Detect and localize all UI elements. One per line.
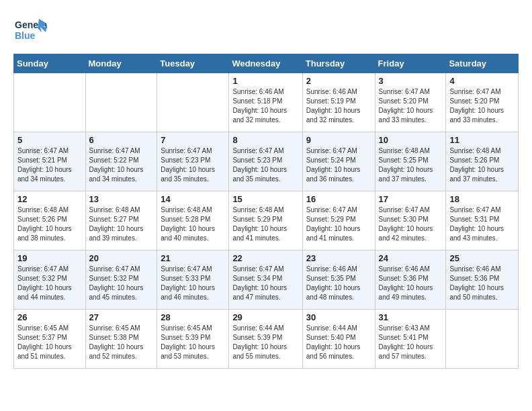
day-info: Sunrise: 6:47 AM Sunset: 5:23 PM Dayligh… [232,146,298,184]
day-info: Sunrise: 6:47 AM Sunset: 5:32 PM Dayligh… [17,265,82,302]
day-number: 11 [449,135,515,145]
day-number: 27 [89,312,154,322]
page-header: General Blue [13,13,519,47]
logo-icon: General Blue [13,13,47,47]
day-info: Sunrise: 6:48 AM Sunset: 5:28 PM Dayligh… [161,205,225,243]
calendar-cell: 29Sunrise: 6:44 AM Sunset: 5:39 PM Dayli… [229,310,302,369]
calendar-cell: 20Sunrise: 6:47 AM Sunset: 5:32 PM Dayli… [85,250,157,310]
calendar-cell: 14Sunrise: 6:48 AM Sunset: 5:28 PM Dayli… [157,191,229,250]
day-number: 4 [449,76,515,86]
day-number: 28 [161,312,225,322]
day-info: Sunrise: 6:47 AM Sunset: 5:20 PM Dayligh… [379,87,443,125]
day-number: 22 [232,253,298,263]
day-number: 29 [232,312,298,322]
calendar-cell: 22Sunrise: 6:47 AM Sunset: 5:34 PM Dayli… [229,250,302,310]
day-number: 17 [379,194,443,204]
day-number: 1 [232,76,298,86]
day-info: Sunrise: 6:44 AM Sunset: 5:39 PM Dayligh… [232,324,298,361]
day-number: 8 [232,135,298,145]
calendar-cell: 25Sunrise: 6:46 AM Sunset: 5:36 PM Dayli… [446,250,519,310]
calendar-cell: 15Sunrise: 6:48 AM Sunset: 5:29 PM Dayli… [229,191,302,250]
day-info: Sunrise: 6:48 AM Sunset: 5:27 PM Dayligh… [89,205,154,243]
day-number: 9 [306,135,371,145]
column-header-monday: Monday [85,54,157,73]
day-number: 18 [449,194,515,204]
column-header-sunday: Sunday [14,54,86,73]
day-info: Sunrise: 6:47 AM Sunset: 5:29 PM Dayligh… [306,205,371,243]
logo: General Blue [13,13,47,47]
day-info: Sunrise: 6:47 AM Sunset: 5:32 PM Dayligh… [89,265,154,302]
calendar-week-row: 1Sunrise: 6:46 AM Sunset: 5:18 PM Daylig… [14,73,519,132]
day-number: 12 [17,194,82,204]
day-number: 24 [379,253,443,263]
day-number: 16 [306,194,371,204]
calendar-cell: 12Sunrise: 6:48 AM Sunset: 5:26 PM Dayli… [14,191,86,250]
day-info: Sunrise: 6:45 AM Sunset: 5:38 PM Dayligh… [89,324,154,361]
day-info: Sunrise: 6:47 AM Sunset: 5:33 PM Dayligh… [161,265,225,302]
day-info: Sunrise: 6:47 AM Sunset: 5:22 PM Dayligh… [89,146,154,184]
calendar-cell [85,73,157,132]
calendar-cell: 13Sunrise: 6:48 AM Sunset: 5:27 PM Dayli… [85,191,157,250]
column-header-friday: Friday [375,54,446,73]
calendar-cell [446,310,519,369]
calendar-cell: 16Sunrise: 6:47 AM Sunset: 5:29 PM Dayli… [302,191,375,250]
day-info: Sunrise: 6:47 AM Sunset: 5:20 PM Dayligh… [449,87,515,125]
day-number: 13 [89,194,154,204]
calendar-cell: 21Sunrise: 6:47 AM Sunset: 5:33 PM Dayli… [157,250,229,310]
column-header-saturday: Saturday [446,54,519,73]
day-info: Sunrise: 6:45 AM Sunset: 5:39 PM Dayligh… [161,324,225,361]
calendar-cell: 18Sunrise: 6:47 AM Sunset: 5:31 PM Dayli… [446,191,519,250]
day-number: 23 [306,253,371,263]
day-number: 15 [232,194,298,204]
calendar-cell: 8Sunrise: 6:47 AM Sunset: 5:23 PM Daylig… [229,132,302,191]
svg-text:Blue: Blue [15,30,36,41]
calendar-cell: 7Sunrise: 6:47 AM Sunset: 5:23 PM Daylig… [157,132,229,191]
calendar-week-row: 19Sunrise: 6:47 AM Sunset: 5:32 PM Dayli… [14,250,519,310]
calendar-cell: 17Sunrise: 6:47 AM Sunset: 5:30 PM Dayli… [375,191,446,250]
day-info: Sunrise: 6:46 AM Sunset: 5:18 PM Dayligh… [232,87,298,125]
day-number: 5 [17,135,82,145]
day-info: Sunrise: 6:47 AM Sunset: 5:30 PM Dayligh… [379,205,443,243]
calendar-cell: 28Sunrise: 6:45 AM Sunset: 5:39 PM Dayli… [157,310,229,369]
day-info: Sunrise: 6:47 AM Sunset: 5:23 PM Dayligh… [161,146,225,184]
day-number: 21 [161,253,225,263]
day-info: Sunrise: 6:47 AM Sunset: 5:24 PM Dayligh… [306,146,371,184]
day-number: 3 [379,76,443,86]
calendar-cell: 1Sunrise: 6:46 AM Sunset: 5:18 PM Daylig… [229,73,302,132]
column-header-tuesday: Tuesday [157,54,229,73]
day-number: 6 [89,135,154,145]
day-info: Sunrise: 6:47 AM Sunset: 5:21 PM Dayligh… [17,146,82,184]
day-number: 2 [306,76,371,86]
day-number: 31 [379,312,443,322]
calendar-cell: 6Sunrise: 6:47 AM Sunset: 5:22 PM Daylig… [85,132,157,191]
calendar-cell: 10Sunrise: 6:48 AM Sunset: 5:25 PM Dayli… [375,132,446,191]
calendar-cell: 11Sunrise: 6:48 AM Sunset: 5:26 PM Dayli… [446,132,519,191]
day-info: Sunrise: 6:47 AM Sunset: 5:34 PM Dayligh… [232,265,298,302]
calendar-cell: 27Sunrise: 6:45 AM Sunset: 5:38 PM Dayli… [85,310,157,369]
calendar-cell: 9Sunrise: 6:47 AM Sunset: 5:24 PM Daylig… [302,132,375,191]
calendar-cell: 5Sunrise: 6:47 AM Sunset: 5:21 PM Daylig… [14,132,86,191]
day-number: 20 [89,253,154,263]
day-info: Sunrise: 6:48 AM Sunset: 5:26 PM Dayligh… [449,146,515,184]
calendar-cell [157,73,229,132]
day-number: 10 [379,135,443,145]
day-info: Sunrise: 6:43 AM Sunset: 5:41 PM Dayligh… [379,324,443,361]
calendar-cell: 4Sunrise: 6:47 AM Sunset: 5:20 PM Daylig… [446,73,519,132]
calendar-cell: 2Sunrise: 6:46 AM Sunset: 5:19 PM Daylig… [302,73,375,132]
day-number: 7 [161,135,225,145]
calendar-cell: 30Sunrise: 6:44 AM Sunset: 5:40 PM Dayli… [302,310,375,369]
calendar-cell: 3Sunrise: 6:47 AM Sunset: 5:20 PM Daylig… [375,73,446,132]
calendar-cell: 23Sunrise: 6:46 AM Sunset: 5:35 PM Dayli… [302,250,375,310]
day-info: Sunrise: 6:47 AM Sunset: 5:31 PM Dayligh… [449,205,515,243]
day-number: 26 [17,312,82,322]
calendar-cell: 31Sunrise: 6:43 AM Sunset: 5:41 PM Dayli… [375,310,446,369]
day-info: Sunrise: 6:46 AM Sunset: 5:19 PM Dayligh… [306,87,371,125]
day-info: Sunrise: 6:48 AM Sunset: 5:26 PM Dayligh… [17,205,82,243]
calendar-cell: 24Sunrise: 6:46 AM Sunset: 5:36 PM Dayli… [375,250,446,310]
calendar-week-row: 12Sunrise: 6:48 AM Sunset: 5:26 PM Dayli… [14,191,519,250]
calendar-table: SundayMondayTuesdayWednesdayThursdayFrid… [13,54,519,369]
day-info: Sunrise: 6:44 AM Sunset: 5:40 PM Dayligh… [306,324,371,361]
calendar-week-row: 5Sunrise: 6:47 AM Sunset: 5:21 PM Daylig… [14,132,519,191]
day-number: 30 [306,312,371,322]
day-info: Sunrise: 6:48 AM Sunset: 5:25 PM Dayligh… [379,146,443,184]
